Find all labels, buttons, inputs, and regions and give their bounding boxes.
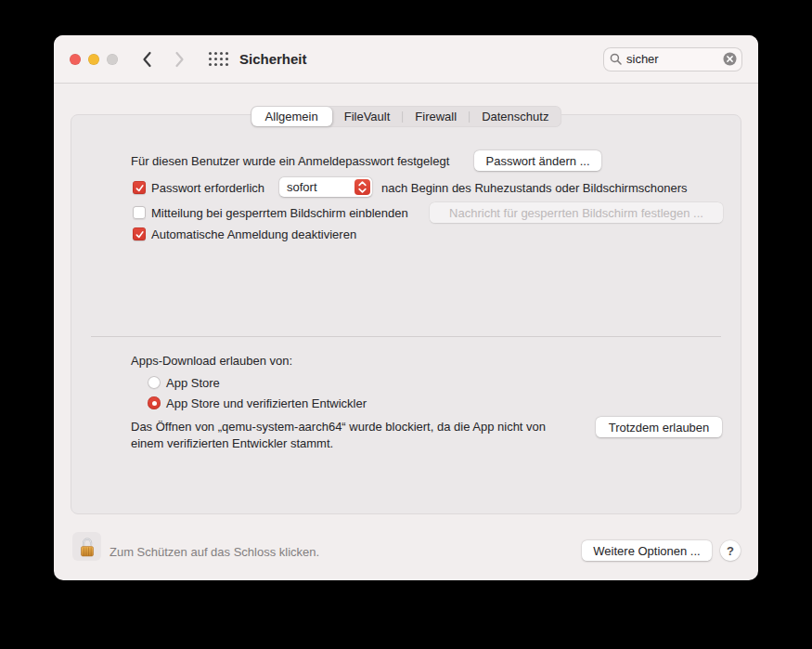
lock-message-label: Mitteilung bei gesperrtem Bildschirm ein… — [151, 206, 408, 220]
blocked-app-text-line1: Das Öffnen von „qemu-system-aarch64“ wur… — [131, 419, 546, 435]
search-icon — [610, 53, 622, 65]
allow-anyway-button[interactable]: Trotzdem erlauben — [596, 417, 722, 437]
radio-app-store-label: App Store — [166, 376, 220, 390]
general-tab-panel: Für diesen Benutzer wurde ein Anmeldepas… — [71, 114, 741, 514]
lock-hint-text: Zum Schützen auf das Schloss klicken. — [110, 545, 319, 559]
section-divider — [91, 336, 721, 337]
radio-app-store-and-identified-label: App Store und verifizierten Entwickler — [166, 396, 367, 410]
blocked-app-text-line2: einem verifizierten Entwickler stammt. — [131, 435, 546, 452]
traffic-lights — [70, 54, 118, 65]
title-bar: Sicherheit — [54, 35, 758, 84]
radio-app-store[interactable] — [148, 376, 161, 389]
zoom-button[interactable] — [107, 54, 118, 65]
change-password-button[interactable]: Passwort ändern ... — [474, 150, 601, 171]
close-button[interactable] — [70, 54, 81, 65]
security-preferences-window: Sicherheit Allgemein FileVault Firewall … — [54, 35, 758, 580]
lock-message-checkbox[interactable] — [133, 206, 146, 219]
open-padlock-icon — [75, 535, 99, 559]
search-field[interactable] — [603, 47, 742, 71]
lock-button[interactable] — [72, 532, 101, 561]
minimize-button[interactable] — [88, 54, 99, 65]
disable-auto-login-checkbox[interactable] — [133, 227, 146, 240]
require-password-delay-dropdown[interactable]: sofort — [279, 177, 372, 197]
search-input[interactable] — [626, 52, 723, 66]
back-button[interactable] — [142, 51, 153, 68]
blocked-app-text: Das Öffnen von „qemu-system-aarch64“ wur… — [131, 419, 546, 452]
clear-search-icon[interactable] — [723, 52, 737, 66]
help-button[interactable]: ? — [720, 540, 741, 561]
tab-firewall[interactable]: Firewall — [403, 107, 469, 126]
tab-allgemein[interactable]: Allgemein — [251, 107, 332, 126]
apps-download-label: Apps-Download erlauben von: — [131, 354, 292, 368]
chevron-right-icon — [174, 51, 185, 68]
chevron-left-icon — [142, 51, 152, 68]
password-set-text: Für diesen Benutzer wurde ein Anmeldepas… — [131, 154, 449, 168]
forward-button[interactable] — [174, 51, 186, 68]
disable-auto-login-label: Automatische Anmeldung deaktivieren — [151, 227, 356, 241]
tab-bar: Allgemein FileVault Firewall Datenschutz — [251, 106, 562, 127]
require-password-checkbox[interactable] — [133, 181, 146, 194]
show-all-grid-icon[interactable] — [209, 52, 228, 66]
tab-datenschutz[interactable]: Datenschutz — [470, 107, 561, 126]
tab-filevault[interactable]: FileVault — [332, 107, 403, 126]
dropdown-stepper-icon — [354, 179, 370, 195]
checkmark-icon — [135, 183, 145, 193]
radio-app-store-and-identified[interactable] — [148, 396, 161, 409]
window-title: Sicherheit — [239, 51, 307, 67]
more-options-button[interactable]: Weitere Optionen ... — [582, 540, 712, 561]
require-password-label: Passwort erforderlich — [151, 181, 264, 195]
checkmark-icon — [135, 229, 145, 240]
dropdown-value: sofort — [287, 180, 317, 194]
require-password-suffix: nach Beginn des Ruhezustands oder Bildsc… — [381, 181, 688, 195]
set-lock-message-button[interactable]: Nachricht für gesperrten Bildschirm fest… — [430, 202, 723, 223]
